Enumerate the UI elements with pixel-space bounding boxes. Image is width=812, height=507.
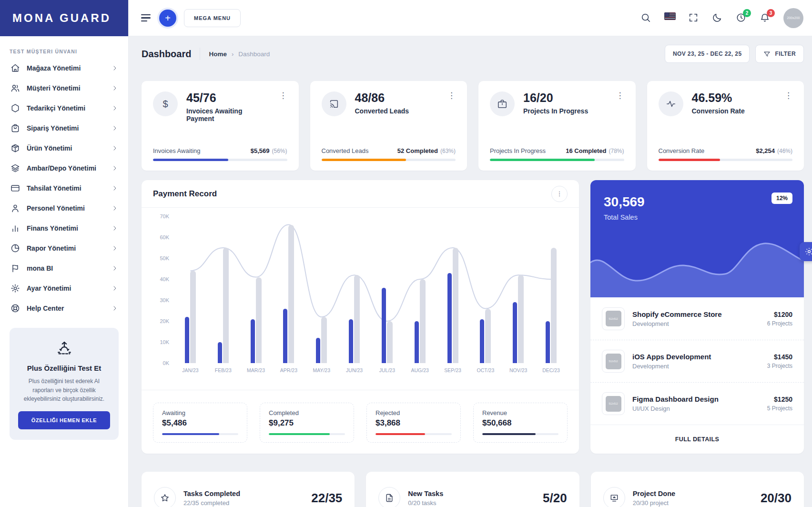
chart-bar-group[interactable] <box>502 216 535 363</box>
project-subtitle: Development <box>632 320 722 327</box>
sidebar-item-urun[interactable]: Ürün Yönetimi <box>6 138 122 158</box>
funnel-icon <box>763 51 771 58</box>
search-icon[interactable] <box>640 12 652 24</box>
kebab-menu-icon[interactable]: ⋮ <box>616 91 624 116</box>
dark-mode-moon-icon[interactable] <box>712 12 723 24</box>
project-row-ios[interactable]: 512x512 iOS Apps Development Development… <box>590 340 804 382</box>
summary-label: Completed <box>269 409 345 416</box>
sidebar-item-help-center[interactable]: Help Center <box>6 298 122 318</box>
bar-current[interactable] <box>185 317 189 363</box>
bar-current[interactable] <box>480 319 484 363</box>
sidebar-item-tedarikci[interactable]: Tedarikçi Yönetimi <box>6 98 122 118</box>
x-axis-label: OCT/23 <box>469 367 502 373</box>
breadcrumb-home-link[interactable]: Home <box>209 51 227 58</box>
bar-current[interactable] <box>382 288 386 363</box>
chart-bar-group[interactable] <box>371 216 404 363</box>
bar-current[interactable] <box>447 273 452 363</box>
gear-icon <box>10 284 20 293</box>
bar-current[interactable] <box>218 342 222 363</box>
bar-previous[interactable] <box>485 309 491 363</box>
stat-value: 45/76 <box>186 91 271 105</box>
bar-previous[interactable] <box>551 248 557 363</box>
chart-bar-group[interactable] <box>305 216 338 363</box>
bar-chart-icon <box>10 223 20 233</box>
mega-menu-button[interactable]: MEGA MENU <box>184 9 241 27</box>
x-axis-label: JUN/23 <box>338 367 371 373</box>
sidebar-item-finans[interactable]: Finans Yönetimi <box>6 218 122 238</box>
summary-revenue: Revenue $50,668 <box>473 403 568 443</box>
bar-current[interactable] <box>513 302 517 363</box>
kebab-menu-icon[interactable]: ⋮ <box>551 186 568 202</box>
bar-current[interactable] <box>546 321 550 363</box>
progress-fill <box>162 433 219 435</box>
chart-bar-group[interactable] <box>535 216 568 363</box>
bar-previous[interactable] <box>321 317 327 363</box>
bar-previous[interactable] <box>288 225 294 363</box>
y-axis-label: 0K <box>163 360 169 366</box>
project-row-figma[interactable]: 512x512 Figma Dashboard Design UI/UX Des… <box>590 382 804 425</box>
chart-bar-group[interactable] <box>469 216 502 363</box>
bar-current[interactable] <box>251 319 255 363</box>
bar-previous[interactable] <box>190 271 196 363</box>
kebab-menu-icon[interactable]: ⋮ <box>784 91 792 116</box>
stat-row-label: Projects In Progress <box>490 147 546 154</box>
chevron-right-icon <box>112 205 118 211</box>
bar-current[interactable] <box>316 338 320 363</box>
bar-previous[interactable] <box>223 248 229 363</box>
sidebar-item-tahsilat[interactable]: Tahsilat Yönetimi <box>6 178 122 198</box>
chart-bar-group[interactable] <box>338 216 371 363</box>
chart-bar-group[interactable] <box>404 216 436 363</box>
user-avatar[interactable]: 200x200 <box>783 8 803 28</box>
sidebar-item-musteri[interactable]: Müşteri Yönetimi <box>6 78 122 98</box>
project-row-shopify[interactable]: 512x512 Shopify eCommerce Store Developm… <box>590 297 804 340</box>
notifications-bell-icon[interactable]: 3 <box>760 12 771 24</box>
promo-add-feature-button[interactable]: ÖZELLIĞI HEMEN EKLE <box>18 411 110 429</box>
summary-value: $50,668 <box>482 418 558 428</box>
full-details-button[interactable]: FULL DETAILS <box>590 425 804 454</box>
chevron-right-icon <box>112 285 118 291</box>
bar-previous[interactable] <box>420 279 426 363</box>
chevron-right-icon <box>112 145 118 151</box>
bar-previous[interactable] <box>518 275 524 363</box>
floating-settings-button[interactable] <box>800 242 812 261</box>
fullscreen-icon[interactable] <box>688 12 700 24</box>
chart-bar-group[interactable] <box>207 216 240 363</box>
bar-current[interactable] <box>283 309 287 363</box>
logo-block[interactable]: MONA GUARD <box>0 0 128 36</box>
chart-bar-group[interactable] <box>174 216 207 363</box>
sidebar-item-rapor[interactable]: Rapor Yönetimi <box>6 238 122 258</box>
bar-previous[interactable] <box>256 277 262 363</box>
history-clock-icon[interactable]: 2 <box>736 12 747 24</box>
bar-previous[interactable] <box>387 321 393 363</box>
bar-current[interactable] <box>349 319 353 363</box>
x-axis-label: SEP/23 <box>436 367 469 373</box>
kebab-menu-icon[interactable]: ⋮ <box>447 91 456 116</box>
chart-bar-group[interactable] <box>436 216 469 363</box>
project-price: $1450 <box>767 353 792 361</box>
sidebar-item-ambar[interactable]: Ambar/Depo Yönetimi <box>6 158 122 178</box>
sidebar-item-siparis[interactable]: Sipariş Yönetimi <box>6 118 122 138</box>
sidebar-item-mona-bi[interactable]: mona BI <box>6 258 122 278</box>
filter-button[interactable]: FILTER <box>755 45 804 63</box>
bar-previous[interactable] <box>354 275 360 363</box>
credit-card-icon <box>10 183 20 193</box>
mini-card-value: 22/35 <box>311 491 342 506</box>
chart-bar-group[interactable] <box>272 216 305 363</box>
home-icon <box>10 63 20 73</box>
bar-previous[interactable] <box>453 248 458 363</box>
quick-add-button[interactable]: + <box>159 10 176 27</box>
progress-fill <box>269 433 330 435</box>
kebab-menu-icon[interactable]: ⋮ <box>279 91 287 122</box>
bar-current[interactable] <box>415 321 419 363</box>
sidebar-item-personel[interactable]: Personel Yönetimi <box>6 198 122 218</box>
language-flag-icon[interactable] <box>664 12 676 24</box>
summary-label: Rejected <box>376 409 452 416</box>
stat-row-pct: (78%) <box>609 148 624 154</box>
sidebar-item-ayar[interactable]: Ayar Yönetimi <box>6 278 122 298</box>
hamburger-menu-icon[interactable] <box>141 12 152 24</box>
sidebar-item-label: Mağaza Yönetimi <box>27 64 105 72</box>
package-icon <box>10 143 20 153</box>
date-range-button[interactable]: NOV 23, 25 - DEC 22, 25 <box>665 45 750 63</box>
sidebar-item-magaza[interactable]: Mağaza Yönetimi <box>6 58 122 78</box>
chart-bar-group[interactable] <box>240 216 273 363</box>
